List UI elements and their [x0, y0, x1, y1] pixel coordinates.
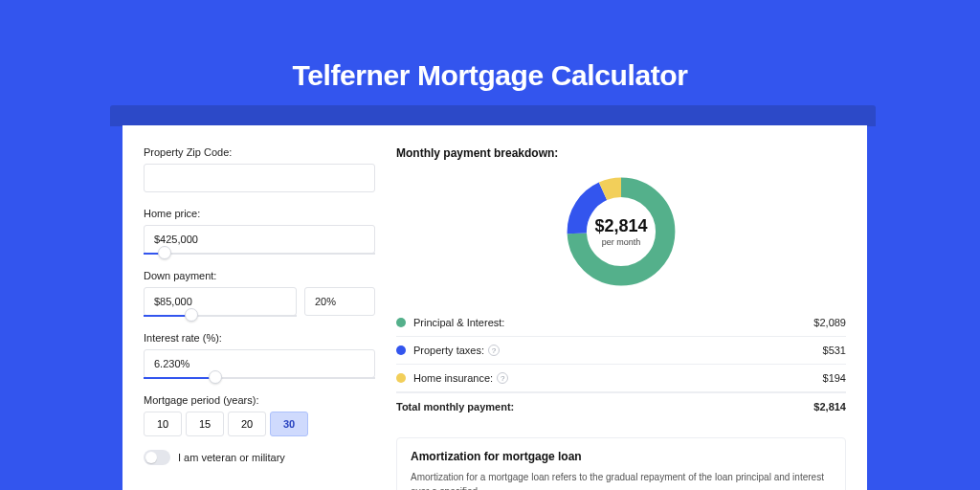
- legend-label-principal: Principal & Interest:: [413, 317, 813, 328]
- legend-dot-principal: [396, 318, 406, 327]
- veteran-label: I am veteran or military: [178, 452, 285, 463]
- donut-center: $2,814 per month: [563, 173, 679, 290]
- donut-center-value: $2,814: [594, 216, 647, 236]
- veteran-row: I am veteran or military: [144, 450, 375, 465]
- legend-label-taxes: Property taxes: ?: [413, 345, 823, 356]
- legend-row-principal: Principal & Interest: $2,089: [396, 309, 846, 337]
- interest-slider[interactable]: [144, 377, 375, 379]
- donut-chart: $2,814 per month: [563, 173, 679, 290]
- down-payment-label: Down payment:: [144, 270, 375, 281]
- donut-center-sub: per month: [602, 237, 641, 247]
- legend-label-insurance-text: Home insurance:: [413, 372, 493, 384]
- down-payment-amount-input[interactable]: [144, 287, 297, 316]
- interest-input[interactable]: [144, 349, 375, 378]
- info-icon[interactable]: ?: [497, 372, 508, 384]
- legend-row-insurance: Home insurance: ? $194: [396, 365, 846, 392]
- home-price-slider-handle[interactable]: [158, 246, 171, 259]
- breakdown-title: Monthly payment breakdown:: [396, 146, 846, 160]
- breakdown-column: Monthly payment breakdown: $2,814 per mo…: [396, 146, 846, 490]
- down-payment-percent-input[interactable]: [304, 287, 375, 316]
- amortization-box: Amortization for mortgage loan Amortizat…: [396, 437, 846, 490]
- mortgage-period-field-group: Mortgage period (years): 10 15 20 30: [144, 394, 375, 436]
- mortgage-period-label: Mortgage period (years):: [144, 394, 375, 406]
- legend-total-amount: $2,814: [813, 401, 846, 412]
- amortization-title: Amortization for mortgage loan: [411, 450, 832, 463]
- header-stripe: [110, 105, 876, 126]
- info-icon[interactable]: ?: [488, 345, 500, 356]
- mortgage-period-options: 10 15 20 30: [144, 412, 375, 436]
- interest-label: Interest rate (%):: [144, 332, 375, 344]
- amortization-text: Amortization for a mortgage loan refers …: [411, 471, 832, 490]
- donut-container: $2,814 per month: [396, 167, 846, 300]
- legend-label-insurance: Home insurance: ?: [413, 372, 823, 384]
- interest-slider-fill: [144, 377, 215, 379]
- home-price-slider[interactable]: [144, 253, 375, 255]
- legend-total-label: Total monthly payment:: [396, 401, 813, 412]
- down-payment-field-group: Down payment:: [144, 270, 375, 317]
- legend-amount-insurance: $194: [823, 372, 846, 384]
- veteran-toggle[interactable]: [144, 450, 170, 465]
- veteran-toggle-knob: [145, 452, 157, 463]
- home-price-label: Home price:: [144, 208, 375, 219]
- legend-row-taxes: Property taxes: ? $531: [396, 337, 846, 365]
- inputs-column: Property Zip Code: Home price: Down paym…: [144, 146, 375, 490]
- zip-label: Property Zip Code:: [144, 146, 375, 158]
- mortgage-period-10[interactable]: 10: [144, 412, 182, 436]
- legend-dot-insurance: [396, 373, 406, 383]
- zip-input[interactable]: [144, 164, 375, 192]
- legend-dot-taxes: [396, 345, 406, 355]
- interest-slider-handle[interactable]: [209, 370, 222, 384]
- legend-amount-principal: $2,089: [813, 317, 846, 328]
- mortgage-period-15[interactable]: 15: [186, 412, 224, 436]
- calculator-card: Property Zip Code: Home price: Down paym…: [122, 125, 867, 490]
- zip-field-group: Property Zip Code:: [144, 146, 375, 192]
- legend-amount-taxes: $531: [823, 345, 846, 356]
- legend-row-total: Total monthly payment: $2,814: [396, 392, 846, 420]
- page-title: Telferner Mortgage Calculator: [0, 0, 980, 92]
- legend-label-taxes-text: Property taxes:: [413, 345, 484, 356]
- mortgage-period-20[interactable]: 20: [228, 412, 266, 436]
- home-price-input[interactable]: [144, 225, 375, 254]
- down-payment-slider-handle[interactable]: [185, 308, 198, 322]
- mortgage-period-30[interactable]: 30: [270, 412, 308, 436]
- home-price-field-group: Home price:: [144, 208, 375, 255]
- legend: Principal & Interest: $2,089 Property ta…: [396, 309, 846, 420]
- down-payment-slider[interactable]: [144, 315, 297, 317]
- interest-field-group: Interest rate (%):: [144, 332, 375, 379]
